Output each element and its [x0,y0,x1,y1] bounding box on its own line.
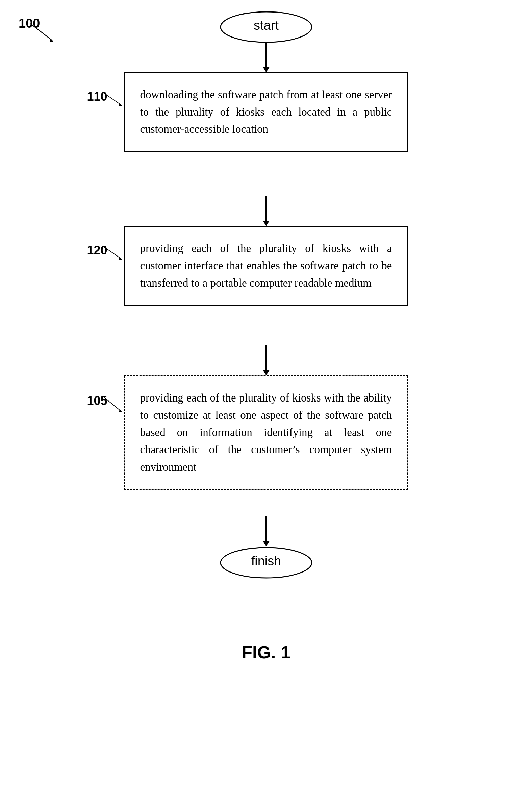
connector-105-finish [266,517,266,543]
label-110-arrow [101,91,124,108]
arrowhead-start-110 [263,67,269,72]
figure-number-arrow [27,20,57,44]
svg-line-0 [31,24,52,40]
box-120: providing each of the plurality of kiosk… [124,226,408,305]
svg-text:start: start [254,18,279,33]
connector-120-105 [266,345,266,372]
label-120-arrow [101,244,124,261]
box-110: downloading the software patch from at l… [124,72,408,152]
label-105-arrow [101,395,124,413]
connector-110-120 [266,196,266,222]
box-110-text: downloading the software patch from at l… [140,89,392,135]
figure-caption: FIG. 1 [242,642,290,662]
box-105-text: providing each of the plurality of kiosk… [140,392,392,473]
svg-marker-1 [50,39,54,42]
box-105: providing each of the plurality of kiosk… [124,375,408,490]
start-ellipse: start [219,10,314,44]
box-110-wrapper: downloading the software patch from at l… [124,72,408,152]
svg-line-4 [104,93,121,105]
box-120-text: providing each of the plurality of kiosk… [140,242,392,289]
box-105-wrapper: providing each of the plurality of kiosk… [124,375,408,490]
finish-ellipse: finish [219,546,314,580]
connector-start-110 [266,43,266,69]
arrowhead-120-105 [263,370,269,375]
arrowhead-110-120 [263,221,269,226]
svg-line-8 [104,397,121,411]
svg-line-6 [104,247,121,259]
svg-text:finish: finish [251,554,281,568]
box-120-wrapper: providing each of the plurality of kiosk… [124,226,408,305]
diagram-container: 100 start downloading the software patch… [0,0,532,803]
